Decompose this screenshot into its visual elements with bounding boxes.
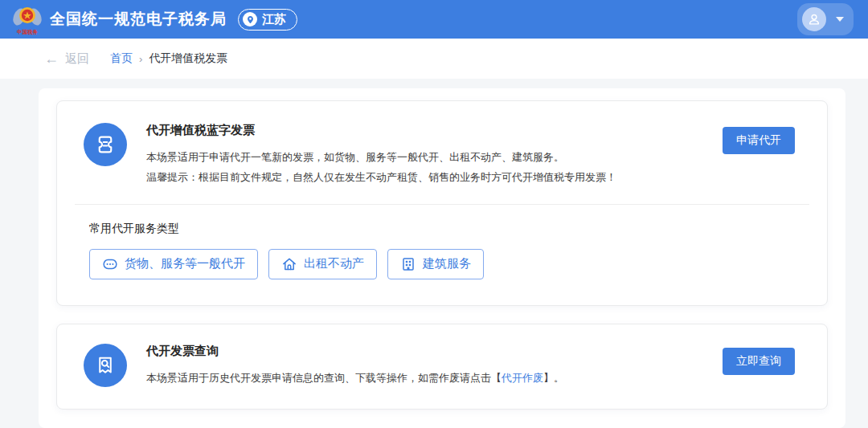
card-desc-line1: 本场景适用于申请代开一笔新的发票，如货物、服务等一般代开、出租不动产、建筑服务。 [146,147,723,167]
breadcrumb-home[interactable]: 首页 [110,51,133,66]
card-desc-prefix: 本场景适用于历史代开发票申请信息的查询、下载等操作，如需作废请点击【 [146,372,502,384]
user-avatar-icon [802,7,826,31]
back-button[interactable]: ← 返回 [44,51,89,67]
quick-service-label: 货物、服务等一般代开 [125,256,245,271]
construction-service-button[interactable]: 建筑服务 [387,249,484,279]
user-menu[interactable] [797,3,854,35]
apply-issue-button[interactable]: 申请代开 [723,127,795,154]
chevron-down-icon [836,17,844,22]
location-label: 江苏 [262,12,286,27]
back-arrow-icon: ← [44,51,59,66]
rent-property-button[interactable]: 出租不动产 [268,249,377,279]
breadcrumb-separator: › [139,53,142,65]
quick-service-label: 建筑服务 [423,256,471,271]
rent-property-icon [281,256,297,272]
construction-service-icon [400,256,416,272]
back-label: 返回 [65,51,89,67]
quick-services-row: 货物、服务等一般代开 出租不动产 建筑服务 [57,236,827,305]
svg-text:中国税务: 中国税务 [17,29,39,35]
breadcrumb-current: 代开增值税发票 [149,51,227,66]
card-title: 代开发票查询 [146,344,723,359]
main-content: 代开增值税蓝字发票 本场景适用于申请代开一笔新的发票，如货物、服务等一般代开、出… [39,88,845,428]
card-title: 代开增值税蓝字发票 [146,123,723,138]
void-issue-link[interactable]: 代开作废 [502,372,543,384]
blue-invoice-card: 代开增值税蓝字发票 本场景适用于申请代开一笔新的发票，如货物、服务等一般代开、出… [56,100,828,306]
quick-service-label: 出租不动产 [304,256,364,271]
common-services-label: 常用代开服务类型 [57,205,827,236]
goods-general-icon [102,256,118,272]
breadcrumb-bar: ← 返回 首页 › 代开增值税发票 [0,39,868,79]
tax-bureau-logo-icon: 中国税务 [13,3,42,35]
card-desc-line2: 温馨提示：根据目前文件规定，自然人仅在发生不动产租赁、销售的业务时方可代开增值税… [146,167,723,187]
query-now-button[interactable]: 立即查询 [723,348,795,375]
invoice-ticket-icon [84,123,127,166]
invoice-search-icon [84,344,127,387]
app-header: 中国税务 全国统一规范电子税务局 江苏 [0,0,868,39]
location-pin-icon [243,12,257,26]
card-description: 本场景适用于申请代开一笔新的发票，如货物、服务等一般代开、出租不动产、建筑服务。… [146,147,723,188]
app-title: 全国统一规范电子税务局 [50,9,227,30]
breadcrumb: 首页 › 代开增值税发票 [110,51,227,66]
invoice-query-card: 代开发票查询 本场景适用于历史代开发票申请信息的查询、下载等操作，如需作废请点击… [56,324,828,410]
goods-general-button[interactable]: 货物、服务等一般代开 [89,249,258,279]
location-switcher[interactable]: 江苏 [238,9,297,31]
card-desc-suffix: 】。 [543,372,564,384]
card-description: 本场景适用于历史代开发票申请信息的查询、下载等操作，如需作废请点击【代开作废】。 [146,368,723,388]
